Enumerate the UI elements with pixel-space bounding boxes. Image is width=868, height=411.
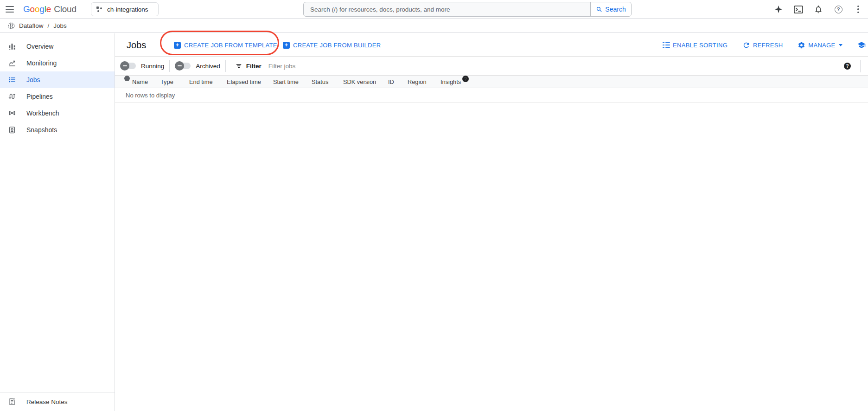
column-header-elapsed-time: Elapsed time (227, 76, 261, 88)
filter-jobs-input[interactable] (268, 63, 593, 70)
create-job-from-template-button[interactable]: + CREATE JOB FROM TEMPLATE (174, 33, 277, 57)
sort-list-icon (663, 42, 670, 48)
divider (169, 60, 170, 72)
main-content: Jobs + CREATE JOB FROM TEMPLATE + CREATE… (115, 33, 868, 411)
column-header-name: Name (132, 76, 148, 88)
sidebar-item-jobs[interactable]: Jobs (0, 71, 115, 88)
learn-button[interactable]: LEARN (857, 41, 868, 49)
search-button[interactable]: Search (590, 2, 631, 16)
jobs-list-icon (8, 76, 16, 84)
create-template-label: CREATE JOB FROM TEMPLATE (184, 42, 277, 49)
column-header-id: ID (388, 76, 394, 88)
status-circle-icon (124, 76, 130, 81)
archived-toggle[interactable] (175, 61, 191, 71)
cloud-shell-icon[interactable] (793, 4, 804, 14)
sidebar-item-release-notes[interactable]: Release Notes (0, 392, 115, 411)
column-header-type: Type (160, 76, 173, 88)
manage-button[interactable]: MANAGE (798, 41, 842, 49)
sidebar-item-label: Jobs (26, 76, 40, 83)
release-notes-icon (8, 398, 16, 406)
sidebar-item-label: Monitoring (26, 59, 57, 67)
archived-toggle-label: Archived (196, 63, 220, 70)
workbench-icon (8, 109, 16, 117)
sidebar-item-overview[interactable]: Overview (0, 38, 115, 55)
enable-sorting-button[interactable]: ENABLE SORTING (663, 42, 728, 49)
plus-icon: + (174, 42, 181, 49)
breadcrumb-separator: / (48, 22, 50, 29)
empty-table-message: No rows to display (115, 88, 868, 103)
column-header-sdk-version: SDK version (343, 76, 376, 88)
column-header-region: Region (408, 76, 427, 88)
divider (225, 60, 226, 72)
sidebar-item-snapshots[interactable]: Snapshots (0, 122, 115, 138)
search-button-label: Search (605, 6, 625, 13)
create-job-from-builder-button[interactable]: + CREATE JOB FROM BUILDER (283, 33, 381, 57)
toggle-indeterminate-icon (175, 61, 184, 71)
sidebar-item-monitoring[interactable]: Monitoring (0, 55, 115, 71)
monitoring-icon (8, 59, 16, 67)
plus-icon: + (283, 42, 290, 49)
filter-bar: Running Archived Filter ? (115, 57, 868, 75)
manage-label: MANAGE (808, 42, 835, 49)
top-bar: Google Cloud ch-integrations Search ? (0, 0, 868, 19)
release-notes-label: Release Notes (26, 398, 68, 405)
filter-icon (235, 62, 243, 70)
help-icon[interactable]: ? (833, 4, 843, 14)
running-toggle-label: Running (141, 63, 164, 70)
project-name: ch-integrations (107, 6, 148, 13)
global-search: Search (303, 2, 632, 17)
dataflow-icon (7, 22, 15, 30)
sidebar-item-label: Workbench (26, 109, 59, 117)
column-header-start-time: Start time (273, 76, 299, 88)
search-input[interactable] (304, 2, 590, 16)
column-header-status: Status (312, 76, 328, 88)
running-toggle[interactable] (120, 61, 136, 71)
notifications-icon[interactable] (813, 4, 823, 14)
refresh-icon (742, 41, 750, 49)
create-builder-label: CREATE JOB FROM BUILDER (293, 42, 381, 49)
filter-button[interactable]: Filter (235, 62, 262, 70)
breadcrumb-current: Jobs (53, 22, 67, 29)
column-header-end-time: End time (189, 76, 213, 88)
sidebar-nav: Overview Monitoring Jobs Pipelines Workb… (0, 33, 115, 411)
filter-label: Filter (246, 63, 262, 70)
sidebar-item-label: Snapshots (26, 126, 57, 134)
learn-graduation-icon (857, 41, 866, 49)
project-selector[interactable]: ch-integrations (91, 2, 159, 16)
pipelines-icon (8, 92, 16, 101)
refresh-button[interactable]: REFRESH (742, 41, 783, 49)
sidebar-item-label: Overview (26, 43, 53, 50)
chevron-down-icon (839, 44, 842, 46)
breadcrumb: Dataflow / Jobs (0, 19, 868, 33)
gemini-icon[interactable] (773, 4, 784, 14)
jobs-table-header: Name Type End time Elapsed time Start ti… (115, 75, 868, 88)
logo-google-text: Google (23, 4, 51, 14)
sidebar-item-pipelines[interactable]: Pipelines (0, 88, 115, 105)
filter-help-icon[interactable]: ? (844, 63, 851, 70)
snapshots-icon (8, 126, 16, 134)
toggle-indeterminate-icon (120, 61, 129, 71)
menu-icon[interactable] (6, 5, 16, 14)
sidebar-item-workbench[interactable]: Workbench (0, 105, 115, 122)
page-title: Jobs (127, 33, 146, 57)
sidebar-item-label: Pipelines (26, 93, 53, 100)
refresh-label: REFRESH (753, 42, 783, 49)
logo-cloud-text: Cloud (54, 4, 77, 14)
overview-icon (8, 42, 16, 51)
project-icon (96, 6, 103, 13)
breadcrumb-dataflow[interactable]: Dataflow (19, 22, 44, 29)
more-icon[interactable] (853, 4, 863, 14)
jobs-toolbar: Jobs + CREATE JOB FROM TEMPLATE + CREATE… (115, 33, 868, 57)
gear-icon (798, 41, 805, 49)
search-icon (596, 6, 603, 13)
column-header-insights: Insights (440, 76, 461, 88)
enable-sorting-label: ENABLE SORTING (673, 42, 728, 49)
google-cloud-logo[interactable]: Google Cloud (23, 0, 77, 19)
divider (860, 60, 861, 72)
insights-help-icon[interactable]: ? (462, 76, 469, 82)
